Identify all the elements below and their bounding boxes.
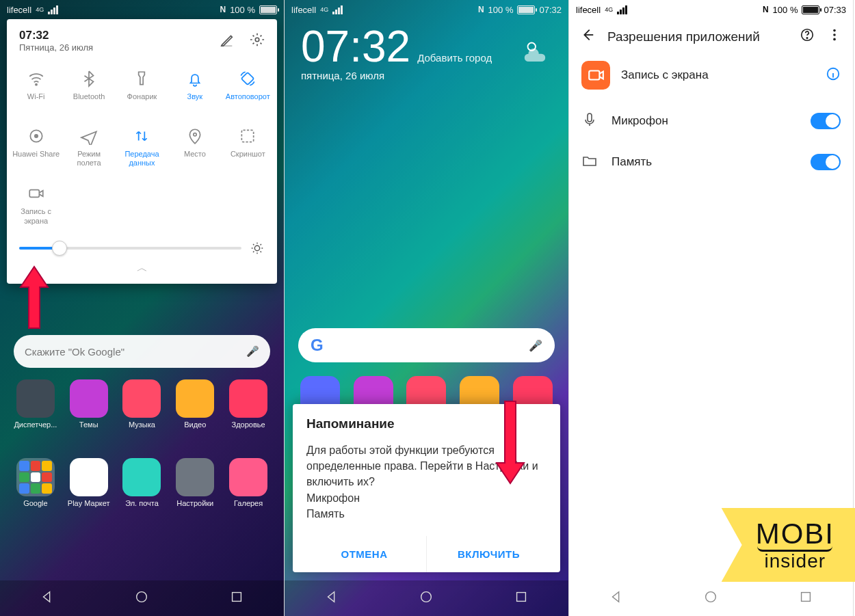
qs-tile-label: Фонарик	[127, 92, 157, 110]
nfc-icon: N	[478, 5, 484, 14]
quick-settings-panel[interactable]: 07:32 Пятница, 26 июля Wi-FiBluetoothФон…	[7, 19, 277, 284]
edit-icon[interactable]	[220, 32, 235, 50]
flashlight-icon	[133, 68, 150, 90]
app-Видео[interactable]: Видео	[172, 379, 218, 429]
app-Музыка[interactable]: Музыка	[119, 379, 166, 429]
google-search-bar[interactable]: Скажите "Ok Google" 🎤	[14, 335, 270, 368]
qs-tile-location[interactable]: Место	[168, 120, 221, 174]
settings-icon[interactable]	[250, 32, 265, 50]
qs-tile-label: Передачаданных	[124, 150, 159, 168]
nav-home-icon[interactable]	[134, 589, 149, 607]
app-icon	[70, 458, 108, 496]
nav-recents-icon[interactable]	[514, 589, 529, 607]
permission-toggle[interactable]	[811, 154, 841, 170]
nav-recents-icon[interactable]	[229, 589, 244, 607]
enable-button[interactable]: ВКЛЮЧИТЬ	[426, 536, 551, 572]
app-Здоровье[interactable]: Здоровье	[225, 379, 272, 429]
data-icon	[133, 125, 150, 147]
app-icon	[122, 458, 161, 496]
qs-tile-label: Wi-Fi	[27, 92, 45, 110]
app-label: Google	[23, 499, 47, 507]
qs-time: 07:32	[19, 29, 93, 42]
svg-rect-12	[516, 593, 525, 602]
tutorial-arrow-icon	[493, 394, 527, 493]
cancel-button[interactable]: ОТМЕНА	[302, 536, 426, 572]
app-Темы[interactable]: Темы	[66, 379, 112, 429]
tutorial-arrow-icon	[14, 260, 55, 338]
qs-tile-label: Автоповорот	[226, 92, 270, 110]
clock-date: пятница, 26 июля	[301, 70, 492, 81]
app-label: Видео	[184, 420, 206, 429]
page-header: Разрешения приложений	[569, 19, 853, 54]
add-city-link[interactable]: Добавить город	[417, 52, 492, 64]
plane-icon	[80, 125, 98, 147]
battery-percent: 100 %	[230, 5, 255, 15]
auto-brightness-icon[interactable]	[250, 241, 265, 256]
qs-tile-rotate[interactable]: Автоповорот	[222, 62, 274, 117]
info-icon[interactable]	[826, 66, 841, 84]
screenshot-1-quick-settings: lifecell 4G N 100 % 07:32 Пятница, 26 ию…	[0, 0, 285, 616]
status-bar: lifecell 4G N 100 % 07:32	[285, 0, 568, 19]
app-header-row: Запись с экрана	[569, 54, 853, 101]
app-icon	[16, 379, 55, 418]
app-icon	[122, 379, 161, 418]
qs-tile-bluetooth[interactable]: Bluetooth	[62, 62, 115, 117]
app-Диспетчер...[interactable]: Диспетчер...	[12, 379, 59, 429]
brightness-row	[7, 232, 277, 260]
app-label: Play Маркет	[68, 499, 110, 507]
svg-point-11	[421, 592, 432, 602]
more-icon[interactable]	[827, 27, 842, 46]
qs-tile-share[interactable]: Huawei Share	[10, 120, 62, 174]
qs-tile-plane[interactable]: Режимполета	[62, 120, 115, 174]
watermark-line1: MOBI	[756, 518, 834, 550]
voice-search-icon[interactable]: 🎤	[246, 345, 259, 358]
navigation-bar	[0, 580, 284, 616]
battery-percent: 100 %	[488, 5, 514, 15]
app-label: Темы	[79, 420, 98, 429]
signal-icon	[617, 5, 627, 14]
nav-recents-icon[interactable]	[798, 589, 813, 607]
battery-percent: 100 %	[773, 5, 798, 15]
qs-tile-flashlight[interactable]: Фонарик	[116, 62, 168, 117]
app-Эл. почта[interactable]: Эл. почта	[119, 458, 166, 507]
qs-tile-wifi[interactable]: Wi-Fi	[10, 62, 62, 117]
qs-tile-bell[interactable]: Звук	[168, 62, 221, 117]
svg-point-4	[194, 133, 196, 136]
brightness-slider[interactable]	[19, 247, 241, 250]
app-icon	[176, 379, 214, 418]
watermark-badge: MOBI insider	[722, 508, 855, 582]
qs-tile-label: Bluetooth	[73, 92, 105, 110]
app-Google[interactable]: Google	[12, 458, 59, 507]
qs-tile-screenshot[interactable]: Скриншот	[222, 120, 274, 174]
qs-tile-data[interactable]: Передачаданных	[116, 120, 168, 174]
back-icon[interactable]	[580, 27, 595, 46]
nav-home-icon[interactable]	[703, 589, 718, 607]
status-bar: lifecell 4G N 100 % 07:33	[569, 0, 853, 19]
weather-icon[interactable]	[522, 37, 548, 66]
app-Настройки[interactable]: Настройки	[172, 458, 218, 507]
app-icon	[70, 379, 108, 418]
permission-toggle[interactable]	[811, 113, 841, 129]
status-time: 07:33	[824, 5, 846, 15]
svg-point-21	[706, 592, 716, 602]
nav-home-icon[interactable]	[419, 589, 434, 607]
nav-back-icon[interactable]	[40, 589, 55, 607]
voice-search-icon[interactable]: 🎤	[529, 339, 542, 352]
google-logo-icon: G	[311, 336, 324, 355]
app-label: Настройки	[176, 499, 213, 507]
qs-tile-record[interactable]: Запись сэкрана	[10, 177, 62, 232]
nav-back-icon[interactable]	[324, 589, 339, 607]
home-clock-widget[interactable]: 07:32 Добавить город пятница, 26 июля	[301, 25, 492, 81]
nav-back-icon[interactable]	[609, 589, 624, 607]
google-search-bar[interactable]: G 🎤	[298, 328, 555, 362]
app-Play Маркет[interactable]: Play Маркет	[66, 458, 112, 507]
help-icon[interactable]	[800, 27, 815, 46]
svg-point-3	[35, 135, 38, 137]
nfc-icon: N	[220, 5, 226, 14]
location-icon	[186, 125, 204, 147]
svg-point-17	[833, 38, 836, 41]
app-Галерея[interactable]: Галерея	[225, 458, 272, 507]
permission-row-folder: Память	[569, 142, 853, 183]
network-type: 4G	[605, 6, 613, 13]
carrier-label: lifecell	[576, 5, 601, 15]
